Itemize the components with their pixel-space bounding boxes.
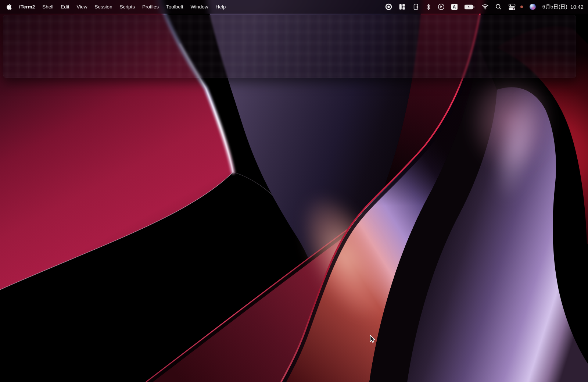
menu-session[interactable]: Session — [91, 0, 116, 14]
apple-icon — [7, 4, 12, 10]
device-icon[interactable] — [412, 0, 419, 14]
window-tiles-icon[interactable] — [399, 0, 406, 14]
menu-bar: iTerm2 Shell Edit View Session Scripts P… — [0, 0, 588, 14]
menu-profiles[interactable]: Profiles — [139, 0, 162, 14]
app-menu-iterm2[interactable]: iTerm2 — [15, 0, 39, 14]
menu-edit[interactable]: Edit — [57, 0, 73, 14]
clock-time: 10:42 — [570, 4, 584, 10]
control-toggles-icon[interactable] — [508, 0, 516, 14]
iterm2-terminal-window[interactable] — [3, 15, 576, 78]
wifi-icon[interactable] — [481, 0, 489, 14]
spotlight-search-icon[interactable] — [495, 0, 502, 14]
menu-view[interactable]: View — [73, 0, 91, 14]
clock-date: 6月5日(日) — [542, 4, 567, 10]
menu-window[interactable]: Window — [187, 0, 212, 14]
menu-shell[interactable]: Shell — [39, 0, 57, 14]
apple-menu[interactable] — [4, 4, 15, 10]
input-source-label: A — [453, 4, 456, 10]
siri-icon[interactable] — [530, 4, 536, 10]
menu-bar-status: A 6月5日(日) 10:42 — [385, 0, 584, 14]
play-circle-icon[interactable] — [438, 0, 445, 14]
menu-toolbelt[interactable]: Toolbelt — [162, 0, 187, 14]
notification-dot — [520, 6, 523, 8]
battery-charging-icon[interactable] — [464, 0, 475, 14]
menu-help[interactable]: Help — [212, 0, 229, 14]
record-circle-icon[interactable] — [385, 0, 392, 14]
menu-bar-left: iTerm2 Shell Edit View Session Scripts P… — [4, 0, 229, 14]
desktop: iTerm2 Shell Edit View Session Scripts P… — [0, 0, 588, 382]
input-source-icon[interactable]: A — [451, 4, 458, 10]
menu-scripts[interactable]: Scripts — [116, 0, 139, 14]
menu-bar-clock[interactable]: 6月5日(日) 10:42 — [542, 4, 584, 10]
bluetooth-icon[interactable] — [426, 0, 431, 14]
